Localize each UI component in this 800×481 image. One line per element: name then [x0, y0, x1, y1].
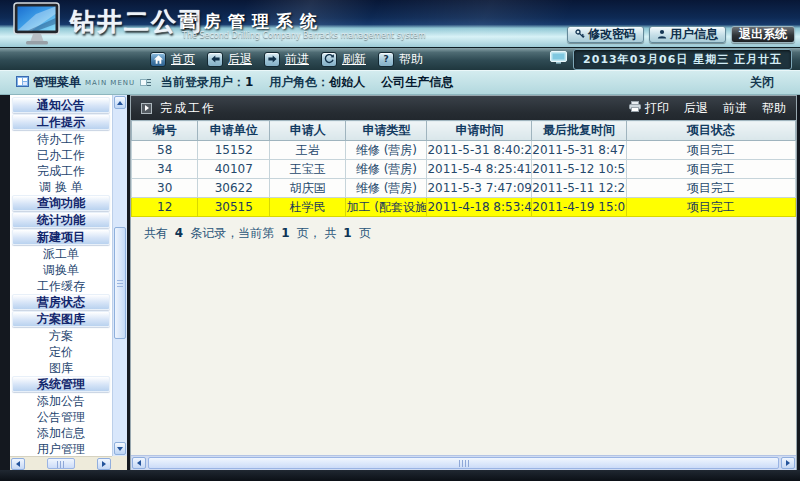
app-header: 钻井二公司 营房管理系统 The Second Drilling Company…	[0, 0, 800, 47]
pagination-text: 条记录，当前第	[190, 226, 278, 240]
column-header: 编号	[132, 121, 198, 141]
nav-link-3[interactable]: 刷新	[342, 51, 366, 68]
logout-button[interactable]: 退出系统	[731, 26, 795, 43]
scroll-left-button[interactable]	[11, 458, 25, 470]
menu-subtitle: MAIN MENU	[85, 79, 135, 87]
sidebar-item[interactable]: 工作缓存	[10, 278, 112, 294]
content-title: 完成工作	[160, 100, 216, 117]
info-bar: 管理菜单 MAIN MENU 当前登录用户：1用户角色：创始人公司生产信息 关闭	[0, 70, 800, 95]
nav-link-4[interactable]: 帮助	[399, 51, 423, 68]
sidebar-item[interactable]: 工作提示	[12, 114, 110, 130]
sidebar-item[interactable]: 统计功能	[12, 212, 110, 228]
app-window: 钻井二公司 营房管理系统 The Second Drilling Company…	[0, 0, 800, 481]
user-info-button[interactable]: 用户信息	[649, 26, 726, 43]
table-cell: 40107	[198, 160, 270, 179]
nav-item-4: ?帮助	[378, 51, 423, 68]
table-cell: 加工 (配套设施)	[346, 198, 427, 217]
sidebar-item[interactable]: 调 换 单	[10, 179, 112, 195]
scroll-right-button[interactable]	[97, 458, 111, 470]
nav-toolbar: 首页后退前进刷新?帮助 2013年03月06日 星期三 正月廿五	[0, 47, 800, 70]
refresh-icon[interactable]	[321, 52, 337, 67]
nav-link-2[interactable]: 前进	[285, 51, 309, 68]
home-icon[interactable]	[150, 52, 166, 67]
vscroll-thumb[interactable]	[114, 227, 126, 339]
nav-link-0[interactable]: 首页	[171, 51, 195, 68]
scroll-up-button[interactable]	[114, 96, 126, 109]
sidebar-item[interactable]: 系统管理	[12, 376, 110, 392]
sidebar-item[interactable]: 添加公告	[10, 393, 112, 409]
logout-label: 退出系统	[739, 26, 787, 43]
user-icon	[657, 28, 667, 42]
help-icon[interactable]: ?	[378, 52, 394, 67]
sidebar-item[interactable]: 新建项目	[12, 229, 110, 245]
sidebar-item[interactable]: 查询功能	[12, 195, 110, 211]
date-area: 2013年03月06日 星期三 正月廿五	[550, 49, 792, 70]
sidebar-item[interactable]: 调换单	[10, 262, 112, 278]
scroll-right-button[interactable]	[781, 457, 795, 469]
sidebar-item[interactable]: 用户管理	[10, 441, 112, 456]
toolbar-item-2[interactable]: 前进	[723, 100, 747, 117]
sidebar-item[interactable]: 通知公告	[12, 97, 110, 113]
printer-icon	[629, 101, 641, 115]
sidebar-item[interactable]: 派工单	[10, 246, 112, 262]
table-row[interactable]: 1230515杜学民加工 (配套设施)2011-4-18 8:53:452011…	[132, 198, 796, 217]
panel-icon	[141, 103, 152, 114]
nav-item-3: 刷新	[321, 51, 366, 68]
content-titlebar: 完成工作 打印后退前进帮助	[131, 96, 796, 120]
menu-title: 管理菜单	[33, 74, 81, 91]
change-password-button[interactable]: 修改密码	[567, 26, 644, 43]
table-cell: 15152	[198, 141, 270, 160]
sidebar-item[interactable]: 添加信息	[10, 425, 112, 441]
sidebar-item[interactable]: 待办工作	[10, 131, 112, 147]
session-item-2: 公司生产信息	[381, 74, 453, 91]
column-header: 申请类型	[346, 121, 427, 141]
scrollbar-corner	[112, 456, 127, 470]
sidebar-item[interactable]: 公告管理	[10, 409, 112, 425]
table-cell: 项目完工	[626, 160, 795, 179]
toolbar-item-3[interactable]: 帮助	[762, 100, 786, 117]
nav-link-1[interactable]: 后退	[228, 51, 252, 68]
table-cell: 2011-5-31 8:47:54	[532, 141, 626, 160]
sidebar-item[interactable]: 方案	[10, 328, 112, 344]
table-row[interactable]: 5815152王岩维修 (营房)2011-5-31 8:40:282011-5-…	[132, 141, 796, 160]
sidebar-item[interactable]: 完成工作	[10, 163, 112, 179]
session-info: 当前登录用户：1用户角色：创始人公司生产信息	[161, 74, 453, 91]
sidebar-item[interactable]: 营房状态	[12, 294, 110, 310]
sidebar-item[interactable]: 已办工作	[10, 147, 112, 163]
session-item-1: 用户角色：创始人	[269, 74, 365, 91]
arrow-left-icon[interactable]	[207, 52, 223, 67]
sidebar-item[interactable]: 方案图库	[12, 311, 110, 327]
header-actions: 修改密码 用户信息 退出系统	[567, 26, 795, 43]
table-cell: 维修 (营房)	[346, 141, 427, 160]
table-row[interactable]: 3030622胡庆国维修 (营房)2011-5-3 7:47:092011-5-…	[132, 179, 796, 198]
table-cell: 30515	[198, 198, 270, 217]
pagination-number: 1	[278, 226, 297, 240]
hscroll-thumb[interactable]	[148, 457, 779, 469]
table-cell: 维修 (营房)	[346, 160, 427, 179]
sidebar-item[interactable]: 定价	[10, 344, 112, 360]
scroll-left-button[interactable]	[132, 457, 146, 469]
pagination-text: 页， 共	[297, 226, 341, 240]
content-toolbar: 打印后退前进帮助	[629, 100, 786, 117]
pagination-number: 4	[172, 226, 191, 240]
sidebar-vscrollbar[interactable]	[112, 95, 127, 456]
arrow-right-icon[interactable]	[264, 52, 280, 67]
sidebar-hscrollbar[interactable]	[10, 456, 112, 470]
pagination: 共有 4 条记录，当前第 1 页， 共 1 页	[144, 225, 796, 242]
column-header: 申请单位	[198, 121, 270, 141]
content-hscrollbar[interactable]	[131, 455, 796, 470]
scroll-down-button[interactable]	[114, 442, 126, 455]
table-row[interactable]: 3440107王宝玉维修 (营房)2011-5-4 8:25:412011-5-…	[132, 160, 796, 179]
hscroll-thumb[interactable]	[47, 458, 75, 469]
table-header-row: 编号申请单位申请人申请类型申请时间最后批复时间项目状态	[132, 121, 796, 141]
table-cell: 杜学民	[270, 198, 346, 217]
monitor-icon	[550, 51, 567, 67]
table-cell: 2011-5-11 12:20:45	[532, 179, 626, 198]
table-cell: 34	[132, 160, 198, 179]
main-content: 完成工作 打印后退前进帮助 编号申请单位申请人申请类型申请时间最后批复时间项目状…	[130, 95, 797, 470]
toolbar-item-1[interactable]: 后退	[684, 100, 708, 117]
sidebar-item[interactable]: 图库	[10, 360, 112, 376]
table-cell: 项目完工	[626, 198, 795, 217]
close-link[interactable]: 关闭	[750, 74, 774, 91]
toolbar-item-0[interactable]: 打印	[629, 100, 669, 117]
